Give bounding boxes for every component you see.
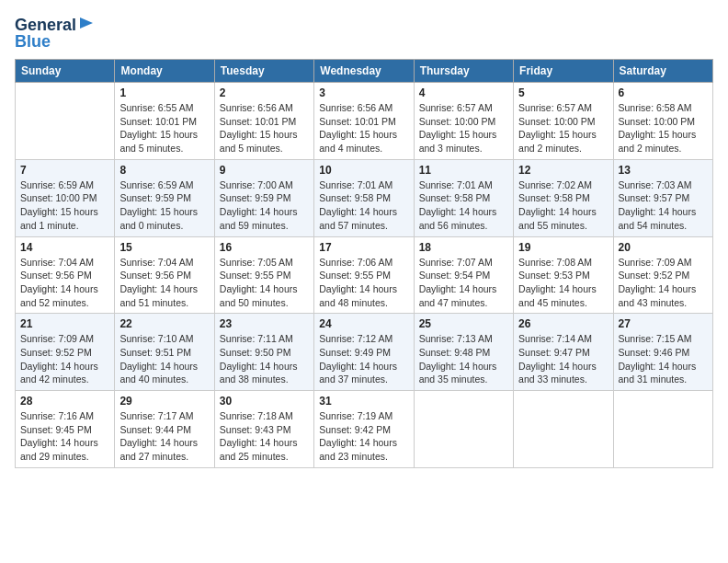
day-cell-23: 23Sunrise: 7:11 AMSunset: 9:50 PMDayligh… [214,314,313,391]
day-info: Sunrise: 6:59 AMSunset: 9:59 PMDaylight:… [119,178,209,233]
week-row-5: 28Sunrise: 7:16 AMSunset: 9:45 PMDayligh… [16,391,713,468]
day-number: 4 [419,86,508,99]
day-cell-9: 9Sunrise: 7:00 AMSunset: 9:59 PMDaylight… [214,159,313,236]
day-cell-4: 4Sunrise: 6:57 AMSunset: 10:00 PMDayligh… [414,83,513,160]
day-info: Sunrise: 7:14 AMSunset: 9:47 PMDaylight:… [518,332,608,386]
day-info: Sunrise: 7:09 AMSunset: 9:52 PMDaylight:… [20,332,109,386]
day-number: 21 [20,317,109,330]
day-number: 27 [619,317,708,330]
day-number: 2 [220,86,309,99]
day-number: 24 [319,317,408,330]
day-number: 7 [20,164,109,177]
day-info: Sunrise: 7:07 AMSunset: 9:54 PMDaylight:… [419,256,508,310]
day-number: 9 [220,164,309,177]
day-info: Sunrise: 7:06 AMSunset: 9:55 PMDaylight:… [319,256,408,310]
day-number: 13 [619,164,708,177]
logo: General Blue [15,15,95,52]
day-info: Sunrise: 7:19 AMSunset: 9:42 PMDaylight:… [319,409,408,464]
page-wrapper: General Blue SundayMondayTuesdayWednesda… [15,15,713,468]
day-number: 19 [518,241,608,254]
calendar-table: SundayMondayTuesdayWednesdayThursdayFrid… [15,59,713,468]
day-number: 18 [419,241,508,254]
day-number: 1 [119,86,209,99]
day-cell-27: 27Sunrise: 7:15 AMSunset: 9:46 PMDayligh… [613,314,712,391]
svg-marker-0 [80,17,93,29]
empty-cell [414,391,513,468]
day-cell-28: 28Sunrise: 7:16 AMSunset: 9:45 PMDayligh… [16,391,115,468]
day-cell-10: 10Sunrise: 7:01 AMSunset: 9:58 PMDayligh… [314,159,414,236]
day-info: Sunrise: 7:15 AMSunset: 9:46 PMDaylight:… [619,332,708,386]
day-info: Sunrise: 7:08 AMSunset: 9:53 PMDaylight:… [518,256,608,310]
day-cell-11: 11Sunrise: 7:01 AMSunset: 9:58 PMDayligh… [414,159,513,236]
day-number: 28 [20,395,109,408]
day-cell-29: 29Sunrise: 7:17 AMSunset: 9:44 PMDayligh… [115,391,214,468]
day-info: Sunrise: 6:57 AMSunset: 10:00 PMDaylight… [518,101,608,155]
day-cell-31: 31Sunrise: 7:19 AMSunset: 9:42 PMDayligh… [314,391,414,468]
day-number: 10 [319,164,408,177]
day-cell-7: 7Sunrise: 6:59 AMSunset: 10:00 PMDayligh… [16,159,115,236]
day-number: 5 [518,86,608,99]
day-info: Sunrise: 7:16 AMSunset: 9:45 PMDaylight:… [20,409,109,464]
day-cell-3: 3Sunrise: 6:56 AMSunset: 10:01 PMDayligh… [314,83,414,160]
day-info: Sunrise: 7:05 AMSunset: 9:55 PMDaylight:… [220,256,309,310]
weekday-header-row: SundayMondayTuesdayWednesdayThursdayFrid… [16,60,713,83]
day-info: Sunrise: 6:55 AMSunset: 10:01 PMDaylight… [119,101,209,155]
day-number: 3 [319,86,408,99]
day-info: Sunrise: 7:12 AMSunset: 9:49 PMDaylight:… [319,332,408,386]
logo-blue-text: Blue [15,32,51,52]
week-row-1: 1Sunrise: 6:55 AMSunset: 10:01 PMDayligh… [16,83,713,160]
week-row-2: 7Sunrise: 6:59 AMSunset: 10:00 PMDayligh… [16,159,713,236]
day-cell-20: 20Sunrise: 7:09 AMSunset: 9:52 PMDayligh… [613,236,712,314]
day-number: 31 [319,395,408,408]
weekday-header-wednesday: Wednesday [314,60,414,83]
day-cell-22: 22Sunrise: 7:10 AMSunset: 9:51 PMDayligh… [115,314,214,391]
day-cell-19: 19Sunrise: 7:08 AMSunset: 9:53 PMDayligh… [514,236,613,314]
empty-cell [16,83,115,160]
day-number: 25 [419,317,508,330]
day-number: 20 [619,241,708,254]
day-info: Sunrise: 7:03 AMSunset: 9:57 PMDaylight:… [619,178,708,233]
empty-cell [613,391,712,468]
empty-cell [514,391,613,468]
day-info: Sunrise: 7:13 AMSunset: 9:48 PMDaylight:… [419,332,508,386]
day-cell-25: 25Sunrise: 7:13 AMSunset: 9:48 PMDayligh… [414,314,513,391]
day-number: 15 [119,241,209,254]
weekday-header-sunday: Sunday [16,60,115,83]
day-cell-8: 8Sunrise: 6:59 AMSunset: 9:59 PMDaylight… [115,159,214,236]
day-info: Sunrise: 6:56 AMSunset: 10:01 PMDaylight… [220,101,309,155]
day-cell-12: 12Sunrise: 7:02 AMSunset: 9:58 PMDayligh… [514,159,613,236]
day-cell-6: 6Sunrise: 6:58 AMSunset: 10:00 PMDayligh… [613,83,712,160]
day-number: 23 [220,317,309,330]
day-info: Sunrise: 6:59 AMSunset: 10:00 PMDaylight… [20,178,109,233]
day-number: 17 [319,241,408,254]
day-cell-16: 16Sunrise: 7:05 AMSunset: 9:55 PMDayligh… [214,236,313,314]
day-info: Sunrise: 7:10 AMSunset: 9:51 PMDaylight:… [119,332,209,386]
day-cell-30: 30Sunrise: 7:18 AMSunset: 9:43 PMDayligh… [214,391,313,468]
day-cell-18: 18Sunrise: 7:07 AMSunset: 9:54 PMDayligh… [414,236,513,314]
weekday-header-saturday: Saturday [613,60,712,83]
day-cell-5: 5Sunrise: 6:57 AMSunset: 10:00 PMDayligh… [514,83,613,160]
day-cell-17: 17Sunrise: 7:06 AMSunset: 9:55 PMDayligh… [314,236,414,314]
day-number: 29 [119,395,209,408]
day-number: 14 [20,241,109,254]
day-cell-26: 26Sunrise: 7:14 AMSunset: 9:47 PMDayligh… [514,314,613,391]
day-cell-15: 15Sunrise: 7:04 AMSunset: 9:56 PMDayligh… [115,236,214,314]
day-number: 6 [619,86,708,99]
day-number: 16 [220,241,309,254]
week-row-3: 14Sunrise: 7:04 AMSunset: 9:56 PMDayligh… [16,236,713,314]
day-number: 30 [220,395,309,408]
day-info: Sunrise: 6:58 AMSunset: 10:00 PMDaylight… [619,101,708,155]
day-info: Sunrise: 6:56 AMSunset: 10:01 PMDaylight… [319,101,408,155]
day-info: Sunrise: 7:01 AMSunset: 9:58 PMDaylight:… [419,178,508,233]
day-cell-2: 2Sunrise: 6:56 AMSunset: 10:01 PMDayligh… [214,83,313,160]
day-info: Sunrise: 7:17 AMSunset: 9:44 PMDaylight:… [119,409,209,464]
day-cell-14: 14Sunrise: 7:04 AMSunset: 9:56 PMDayligh… [16,236,115,314]
day-info: Sunrise: 7:04 AMSunset: 9:56 PMDaylight:… [20,256,109,310]
day-cell-13: 13Sunrise: 7:03 AMSunset: 9:57 PMDayligh… [613,159,712,236]
day-cell-1: 1Sunrise: 6:55 AMSunset: 10:01 PMDayligh… [115,83,214,160]
day-info: Sunrise: 7:18 AMSunset: 9:43 PMDaylight:… [220,409,309,464]
day-number: 8 [119,164,209,177]
day-info: Sunrise: 7:04 AMSunset: 9:56 PMDaylight:… [119,256,209,310]
week-row-4: 21Sunrise: 7:09 AMSunset: 9:52 PMDayligh… [16,314,713,391]
day-cell-21: 21Sunrise: 7:09 AMSunset: 9:52 PMDayligh… [16,314,115,391]
